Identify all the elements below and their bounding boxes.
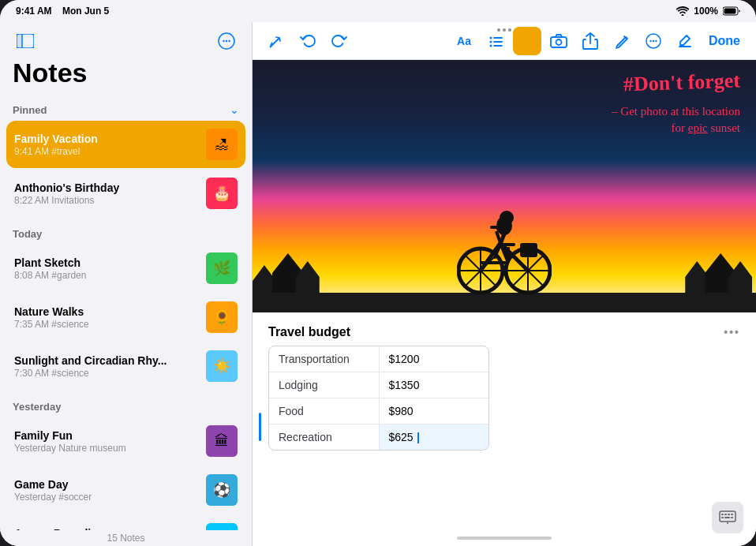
note-title: Family Vacation xyxy=(14,133,198,145)
yesterday-section-header: Yesterday xyxy=(0,391,252,416)
keyboard-button[interactable] xyxy=(712,502,743,533)
svg-rect-31 xyxy=(521,35,533,47)
note-content[interactable]: #Don't forget – Get photo at this locati… xyxy=(253,60,756,530)
note-subtitle: Yesterday #soccer xyxy=(14,492,198,503)
undo-button[interactable] xyxy=(294,27,322,55)
pinned-chevron[interactable]: ⌄ xyxy=(230,103,239,116)
note-thumbnail: 🏖 xyxy=(206,129,238,160)
status-right: 100% xyxy=(676,6,740,17)
budget-row-lodging[interactable]: Lodging $1350 xyxy=(269,372,488,398)
note-text: Game Day Yesterday #soccer xyxy=(14,478,198,503)
hero-annotation: #Don't forget xyxy=(623,67,740,98)
note-text: Aurora Borealis Yesterday Collisions wit… xyxy=(14,527,198,530)
svg-point-8 xyxy=(228,40,230,42)
svg-point-7 xyxy=(226,40,227,42)
compose-button[interactable] xyxy=(671,27,699,55)
ipad-frame: 9:41 AM Mon Jun 5 100% xyxy=(0,0,756,546)
note-item-game-day[interactable]: Game Day Yesterday #soccer ⚽ xyxy=(6,466,245,514)
note-subtitle: 9:41 AM #travel xyxy=(14,146,198,157)
sidebar-title: Notes xyxy=(13,58,239,88)
budget-amount: $980 xyxy=(380,398,489,424)
svg-point-39 xyxy=(649,39,651,41)
sidebar: Notes Pinned ⌄ Family Vacation 9:41 AM #… xyxy=(0,22,253,546)
note-title: Game Day xyxy=(14,478,198,491)
done-button[interactable]: Done xyxy=(702,31,747,51)
note-subtitle: 8:08 AM #garden xyxy=(14,270,198,281)
battery-icon xyxy=(723,6,740,16)
notes-list[interactable]: Pinned ⌄ Family Vacation 9:41 AM #travel… xyxy=(0,94,252,530)
note-thumbnail: 🌿 xyxy=(206,252,238,284)
note-subtitle: 7:30 AM #science xyxy=(14,368,198,379)
battery-text: 100% xyxy=(694,6,718,17)
note-title: Family Fun xyxy=(14,429,198,442)
note-title: Aurora Borealis xyxy=(14,527,198,530)
camera-button[interactable] xyxy=(545,27,573,55)
status-bar: 9:41 AM Mon Jun 5 100% xyxy=(0,0,756,22)
more-options-button[interactable] xyxy=(214,28,239,54)
budget-more-button[interactable]: ••• xyxy=(724,326,740,338)
sidebar-header xyxy=(0,22,252,58)
pinned-label: Pinned xyxy=(13,104,47,116)
note-thumbnail: 🌻 xyxy=(206,301,238,333)
note-text: Nature Walks 7:35 AM #science xyxy=(14,305,198,330)
more-button[interactable] xyxy=(639,27,668,55)
note-text: Sunlight and Circadian Rhy... 7:30 AM #s… xyxy=(14,354,198,379)
note-thumbnail: 🌌 xyxy=(206,523,238,530)
note-item-family-vacation[interactable]: Family Vacation 9:41 AM #travel 🏖 xyxy=(6,121,245,168)
redo-button[interactable] xyxy=(325,27,354,55)
cursor xyxy=(417,432,419,443)
yesterday-label: Yesterday xyxy=(13,401,61,413)
today-label: Today xyxy=(13,228,42,240)
svg-point-6 xyxy=(223,40,224,42)
sidebar-title-area: Notes xyxy=(0,58,252,94)
handle-dot xyxy=(497,28,500,32)
budget-row-transportation[interactable]: Transportation $1200 xyxy=(269,346,488,372)
svg-text:🌻: 🌻 xyxy=(213,309,231,326)
note-thumbnail: ⚽ xyxy=(206,474,238,506)
markup-button[interactable] xyxy=(608,27,636,55)
detail-panel: Aa xyxy=(253,22,756,546)
home-indicator xyxy=(457,537,552,540)
budget-row-food[interactable]: Food $980 xyxy=(269,398,488,424)
note-item-family-fun[interactable]: Family Fun Yesterday Nature museum 🏛 xyxy=(6,417,245,465)
note-item-sunlight-circadian[interactable]: Sunlight and Circadian Rhy... 7:30 AM #s… xyxy=(6,342,245,390)
back-button[interactable] xyxy=(262,27,290,55)
svg-point-27 xyxy=(490,40,492,43)
row-indicator xyxy=(259,413,261,441)
note-text: Family Fun Yesterday Nature museum xyxy=(14,429,198,454)
svg-point-25 xyxy=(490,36,492,39)
svg-text:🎂: 🎂 xyxy=(213,185,231,202)
note-subtitle: 8:22 AM Invitations xyxy=(14,195,198,206)
svg-point-74 xyxy=(727,522,728,524)
pinned-section-header: Pinned ⌄ xyxy=(0,94,252,119)
text-format-button[interactable]: Aa xyxy=(450,27,478,55)
epic-word: epic xyxy=(688,122,708,134)
svg-rect-23 xyxy=(206,523,238,530)
budget-amount: $1200 xyxy=(380,346,489,372)
hero-scene: #Don't forget – Get photo at this locati… xyxy=(253,60,756,312)
hero-sub-annotation: – Get photo at this locationfor epic sun… xyxy=(612,103,740,136)
budget-category: Recreation xyxy=(269,424,380,450)
svg-point-40 xyxy=(653,39,654,41)
note-title: Sunlight and Circadian Rhy... xyxy=(14,354,198,367)
handle-dot xyxy=(508,28,511,32)
note-thumbnail: 🏛 xyxy=(206,425,238,457)
budget-section: Travel budget ••• Transportation $1200 L… xyxy=(253,312,756,463)
note-item-aurora-borealis[interactable]: Aurora Borealis Yesterday Collisions wit… xyxy=(6,515,245,530)
svg-point-36 xyxy=(556,39,562,45)
svg-rect-3 xyxy=(17,34,22,48)
budget-row-recreation[interactable]: Recreation $625 xyxy=(269,424,488,450)
bottom-bar xyxy=(253,530,756,546)
table-button[interactable] xyxy=(513,27,541,55)
note-text: Anthonio's Birthday 8:22 AM Invitations xyxy=(14,181,198,206)
note-item-nature-walks[interactable]: Nature Walks 7:35 AM #science 🌻 xyxy=(6,294,245,341)
handle-dot xyxy=(503,28,506,32)
notes-count: 15 Notes xyxy=(0,530,252,546)
note-subtitle: 7:35 AM #science xyxy=(14,319,198,330)
svg-point-63 xyxy=(500,211,514,225)
share-button[interactable] xyxy=(576,27,604,55)
note-item-anthonios-birthday[interactable]: Anthonio's Birthday 8:22 AM Invitations … xyxy=(6,170,245,217)
svg-rect-66 xyxy=(720,511,735,522)
note-item-plant-sketch[interactable]: Plant Sketch 8:08 AM #garden 🌿 xyxy=(6,245,245,292)
sidebar-toggle-button[interactable] xyxy=(13,28,38,54)
